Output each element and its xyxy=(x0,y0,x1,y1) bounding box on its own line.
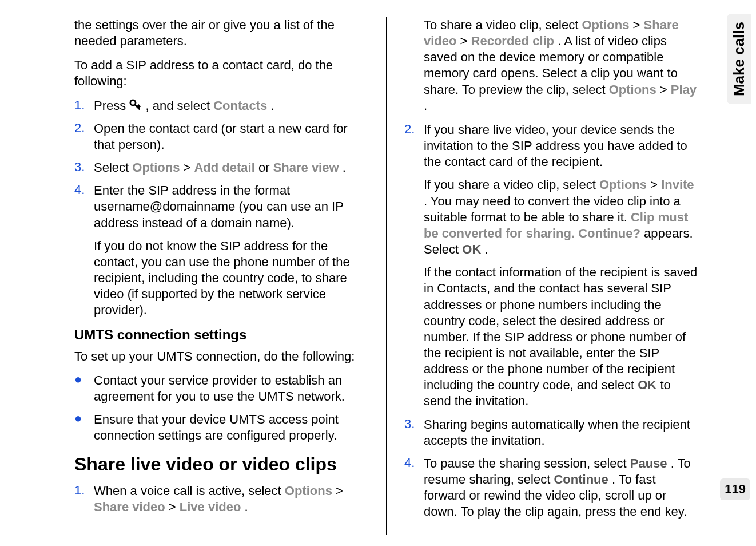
sub-paragraph: If you do not know the SIP address for t… xyxy=(94,238,369,319)
right-column: To share a video clip, select Options > … xyxy=(387,17,710,535)
ui-label-options: Options xyxy=(599,177,647,192)
content-columns: the settings over the air or give you a … xyxy=(0,0,722,546)
text: , and select xyxy=(145,98,213,113)
ordered-list-share: 1. When a voice call is active, select O… xyxy=(74,483,369,515)
text: To pause the sharing session, select xyxy=(424,456,630,470)
text: or xyxy=(258,160,273,175)
list-body: Contact your service provider to establi… xyxy=(94,373,369,405)
ui-label-pause: Pause xyxy=(630,456,667,470)
ui-label-invite: Invite xyxy=(661,177,694,192)
text: > xyxy=(660,82,671,97)
ui-label-live-video: Live video xyxy=(180,500,241,514)
heading-share-video: Share live video or video clips xyxy=(74,454,369,475)
text: . xyxy=(343,160,346,175)
bullet-list-umts: ● Contact your service provider to estab… xyxy=(74,373,369,444)
list-number: 4. xyxy=(74,183,94,197)
list-body: To pause the sharing session, select Pau… xyxy=(424,456,699,520)
list-item: 2. Open the contact card (or start a new… xyxy=(74,121,369,153)
sidebar: Make calls xyxy=(722,0,756,546)
list-body: Press , and select Contacts . xyxy=(94,98,369,114)
list-number: 1. xyxy=(74,98,94,113)
ui-label-share-video: Share video xyxy=(94,500,165,514)
sub-paragraph: If the contact information of the recipi… xyxy=(424,264,699,409)
ui-label-options: Options xyxy=(609,82,656,97)
list-item: 3. Sharing begins automatically when the… xyxy=(404,417,699,449)
ui-label-ok: OK xyxy=(462,242,481,256)
heading-umts: UMTS connection settings xyxy=(74,327,369,343)
text: If the contact information of the recipi… xyxy=(424,265,697,392)
ui-label-continue: Continue xyxy=(554,472,608,486)
text: > xyxy=(650,177,661,192)
text: If you share live video, your device sen… xyxy=(424,122,687,169)
ui-label-options: Options xyxy=(285,484,332,498)
list-body: If you share live video, your device sen… xyxy=(424,122,699,410)
list-number: 3. xyxy=(404,417,424,432)
page-number: 119 xyxy=(720,478,750,500)
list-item: 1. When a voice call is active, select O… xyxy=(74,483,369,515)
bullet-icon: ● xyxy=(74,412,94,425)
paragraph: the settings over the air or give you a … xyxy=(74,17,369,49)
text: If you share a video clip, select xyxy=(424,177,599,192)
ui-label-contacts: Contacts xyxy=(213,98,267,113)
list-body: Enter the SIP address in the format user… xyxy=(94,183,369,318)
bullet-icon: ● xyxy=(74,373,94,386)
list-item: ● Ensure that your device UMTS access po… xyxy=(74,412,369,444)
list-number: 1. xyxy=(74,483,94,498)
list-number: 3. xyxy=(74,160,94,175)
text: > xyxy=(169,500,180,514)
paragraph: To share a video clip, select Options > … xyxy=(424,17,699,114)
ui-label-options: Options xyxy=(582,18,629,32)
list-item: 4. To pause the sharing session, select … xyxy=(404,456,699,520)
list-body: Open the contact card (or start a new ca… xyxy=(94,121,369,153)
ui-label-recorded-clip: Recorded clip xyxy=(471,34,554,48)
menu-key-icon xyxy=(129,99,142,112)
ui-label-add-detail: Add detail xyxy=(194,160,254,175)
sub-paragraph: If you share a video clip, select Option… xyxy=(424,177,699,258)
list-body: Sharing begins automatically when the re… xyxy=(424,417,699,449)
text: When a voice call is active, select xyxy=(94,484,285,498)
list-item: 4. Enter the SIP address in the format u… xyxy=(74,183,369,318)
ui-label-share-view: Share view xyxy=(273,160,339,175)
ui-label-options: Options xyxy=(132,160,180,175)
text: Enter the SIP address in the format user… xyxy=(94,183,344,230)
text: > xyxy=(336,484,343,498)
text: . xyxy=(245,500,248,514)
text: . xyxy=(270,98,274,113)
ui-label-ok: OK xyxy=(638,378,656,392)
list-item: 2. If you share live video, your device … xyxy=(404,122,699,410)
text: > xyxy=(184,160,194,175)
list-item: ● Contact your service provider to estab… xyxy=(74,373,369,405)
paragraph: To set up your UMTS connection, do the f… xyxy=(74,349,369,365)
text: . xyxy=(424,98,427,113)
list-body: Select Options > Add detail or Share vie… xyxy=(94,160,369,176)
text: To share a video clip, select xyxy=(424,18,582,32)
list-item: 3. Select Options > Add detail or Share … xyxy=(74,160,369,176)
list-item: 1. Press , and select Contacts . xyxy=(74,98,369,114)
list-number: 2. xyxy=(74,121,94,136)
list-number: 4. xyxy=(404,456,424,470)
text: > xyxy=(633,18,644,32)
paragraph: To add a SIP address to a contact card, … xyxy=(74,57,369,89)
left-column: the settings over the air or give you a … xyxy=(63,17,387,535)
page: the settings over the air or give you a … xyxy=(0,0,756,546)
text: . xyxy=(484,242,488,256)
text: Select xyxy=(94,160,132,175)
text: Press xyxy=(94,98,129,113)
list-number: 2. xyxy=(404,122,424,137)
list-body: Ensure that your device UMTS access poin… xyxy=(94,412,369,444)
section-tab: Make calls xyxy=(727,14,751,104)
ordered-list-sip: 1. Press , and select Contacts . 2. Open… xyxy=(74,98,369,319)
ordered-list-share-cont: 2. If you share live video, your device … xyxy=(404,122,699,520)
ui-label-play: Play xyxy=(671,82,697,97)
list-body: When a voice call is active, select Opti… xyxy=(94,483,369,515)
text: > xyxy=(460,34,471,48)
